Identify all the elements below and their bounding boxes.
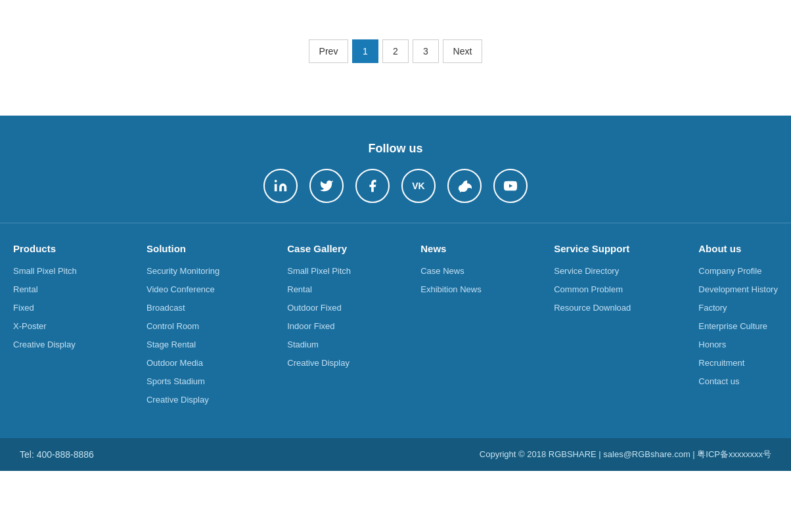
products-small-pixel-pitch[interactable]: Small Pixel Pitch: [13, 266, 77, 276]
about-development-history[interactable]: Development History: [698, 284, 778, 294]
prev-button[interactable]: Prev: [309, 39, 348, 63]
products-x-poster[interactable]: X-Poster: [13, 321, 47, 331]
service-support-title: Service Support: [554, 243, 631, 254]
footer-col-service-support: Service Support Service Directory Common…: [554, 243, 631, 412]
facebook-icon[interactable]: [355, 169, 390, 203]
about-company-profile[interactable]: Company Profile: [698, 266, 761, 276]
footer-divider: [0, 223, 791, 223]
footer-copyright: Copyright © 2018 RGBSHARE | sales@RGBsha…: [480, 449, 771, 460]
case-gallery-small-pixel-pitch[interactable]: Small Pixel Pitch: [287, 266, 351, 276]
case-gallery-rental[interactable]: Rental: [287, 284, 312, 294]
solution-security-monitoring[interactable]: Security Monitoring: [147, 266, 219, 276]
case-gallery-stadium[interactable]: Stadium: [287, 340, 319, 349]
wechat-icon[interactable]: [447, 169, 482, 203]
about-contact-us[interactable]: Contact us: [698, 376, 739, 386]
solution-control-room[interactable]: Control Room: [147, 321, 199, 331]
footer-col-news: News Case News Exhibition News: [420, 243, 486, 412]
footer: Follow us VK Products: [0, 116, 791, 471]
solution-stage-rental[interactable]: Stage Rental: [147, 340, 196, 349]
solution-broadcast[interactable]: Broadcast: [147, 303, 185, 313]
about-honors[interactable]: Honors: [698, 340, 726, 349]
linkedin-icon[interactable]: [263, 169, 298, 203]
follow-us-section: Follow us VK: [0, 142, 791, 223]
page-3-button[interactable]: 3: [413, 39, 439, 63]
about-us-title: About us: [698, 243, 778, 254]
solution-sports-stadium[interactable]: Sports Stadium: [147, 376, 205, 386]
news-title: News: [420, 243, 486, 254]
case-gallery-title: Case Gallery: [287, 243, 353, 254]
pagination: Prev 1 2 3 Next: [309, 39, 482, 63]
products-creative-display[interactable]: Creative Display: [13, 340, 76, 349]
page-1-button[interactable]: 1: [352, 39, 378, 63]
service-common-problem[interactable]: Common Problem: [554, 284, 623, 294]
footer-col-about-us: About us Company Profile Development His…: [698, 243, 778, 412]
footer-tel: Tel: 400-888-8886: [20, 449, 94, 460]
products-fixed[interactable]: Fixed: [13, 303, 34, 313]
vk-icon[interactable]: VK: [401, 169, 436, 203]
about-factory[interactable]: Factory: [698, 303, 727, 313]
tel-number: 400-888-8886: [37, 449, 94, 460]
products-title: Products: [13, 243, 79, 254]
about-enterprise-culture[interactable]: Enterprise Culture: [698, 321, 767, 331]
social-icons: VK: [0, 169, 791, 203]
follow-us-title: Follow us: [0, 142, 791, 156]
solution-outdoor-media[interactable]: Outdoor Media: [147, 358, 203, 368]
case-gallery-creative-display[interactable]: Creative Display: [287, 358, 350, 368]
tel-label: Tel:: [20, 449, 34, 460]
footer-col-case-gallery: Case Gallery Small Pixel Pitch Rental Ou…: [287, 243, 353, 412]
pagination-section: Prev 1 2 3 Next: [0, 0, 791, 116]
youtube-icon[interactable]: [493, 169, 528, 203]
footer-col-solution: Solution Security Monitoring Video Confe…: [147, 243, 219, 412]
service-resource-download[interactable]: Resource Download: [554, 303, 631, 313]
twitter-icon[interactable]: [309, 169, 344, 203]
news-case-news[interactable]: Case News: [420, 266, 464, 276]
case-gallery-outdoor-fixed[interactable]: Outdoor Fixed: [287, 303, 341, 313]
footer-col-products: Products Small Pixel Pitch Rental Fixed …: [13, 243, 79, 412]
products-rental[interactable]: Rental: [13, 284, 38, 294]
news-exhibition-news[interactable]: Exhibition News: [420, 284, 482, 294]
footer-columns: Products Small Pixel Pitch Rental Fixed …: [0, 243, 791, 438]
next-button[interactable]: Next: [443, 39, 482, 63]
svg-point-0: [275, 180, 277, 183]
service-directory[interactable]: Service Directory: [554, 266, 619, 276]
about-recruitment[interactable]: Recruitment: [698, 358, 744, 368]
solution-creative-display[interactable]: Creative Display: [147, 395, 209, 405]
solution-title: Solution: [147, 243, 219, 254]
page-2-button[interactable]: 2: [382, 39, 409, 63]
solution-video-conference[interactable]: Video Conference: [147, 284, 215, 294]
footer-bottom: Tel: 400-888-8886 Copyright © 2018 RGBSH…: [0, 438, 791, 471]
case-gallery-indoor-fixed[interactable]: Indoor Fixed: [287, 321, 334, 331]
